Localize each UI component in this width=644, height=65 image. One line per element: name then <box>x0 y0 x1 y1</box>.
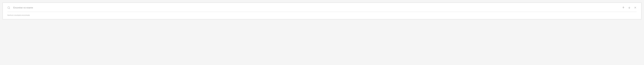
search-nav-controls <box>622 6 637 9</box>
close-icon <box>634 6 636 9</box>
svg-line-1 <box>9 8 10 9</box>
search-input[interactable] <box>13 6 619 9</box>
search-icon <box>7 6 10 9</box>
arrow-down-icon <box>628 6 630 9</box>
arrow-up-icon <box>622 6 625 9</box>
search-status-message: Nenhum resultado encontrado <box>7 14 637 16</box>
close-search-button[interactable] <box>634 6 637 9</box>
previous-result-button[interactable] <box>622 6 625 9</box>
next-result-button[interactable] <box>628 6 631 9</box>
search-panel: Nenhum resultado encontrado <box>2 2 642 19</box>
search-row <box>7 6 637 12</box>
